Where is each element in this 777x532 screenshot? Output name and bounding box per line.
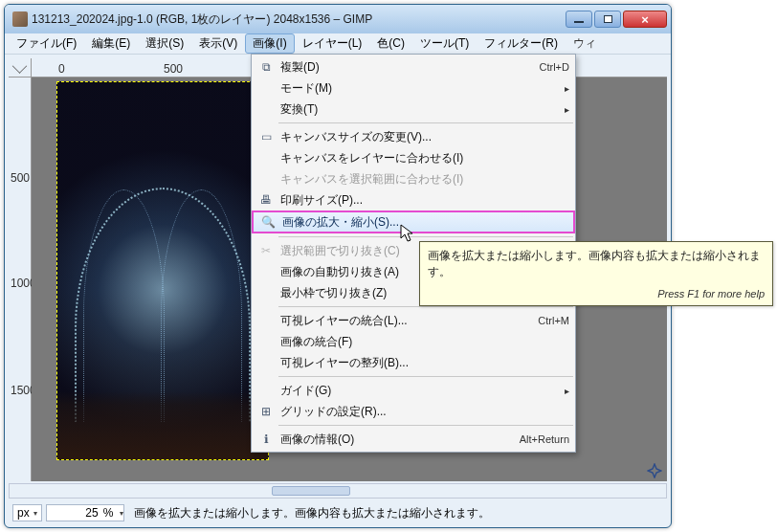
menu-separator: [278, 306, 573, 307]
menu-separator: [278, 376, 573, 377]
menu-windows[interactable]: ウィ: [566, 33, 604, 54]
zoom-input[interactable]: [47, 505, 100, 521]
crop-icon: ✂: [255, 244, 277, 257]
menuitem-duplicate[interactable]: ⧉ 複製(D) Ctrl+D: [252, 56, 575, 78]
menuitem-fit-canvas-selection: キャンバスを選択範囲に合わせる(I): [252, 168, 575, 189]
menu-image[interactable]: 画像(I): [245, 33, 294, 54]
cursor-icon: [400, 224, 415, 243]
canvas-size-icon: ▭: [255, 130, 277, 144]
scale-icon: 🔍: [257, 215, 278, 229]
navigation-icon[interactable]: [646, 462, 663, 479]
menu-separator: [278, 236, 573, 237]
duplicate-icon: ⧉: [255, 60, 277, 74]
maximize-button[interactable]: [594, 11, 621, 28]
submenu-arrow-icon: ▸: [559, 83, 569, 94]
tooltip-help: Press F1 for more help: [428, 288, 765, 299]
menuitem-fit-canvas-layers[interactable]: キャンバスをレイヤーに合わせる(I): [252, 147, 575, 168]
menu-view[interactable]: 表示(V): [191, 33, 245, 54]
close-button[interactable]: ×: [623, 11, 667, 28]
print-size-icon: 🖶: [255, 193, 277, 207]
submenu-arrow-icon: ▸: [559, 104, 569, 115]
window-title: 131213_202024.jpg-1.0 (RGB, 1枚のレイヤー) 204…: [32, 11, 566, 28]
menuitem-flatten[interactable]: 画像の統合(F): [252, 331, 575, 352]
menubar: ファイル(F) 編集(E) 選択(S) 表示(V) 画像(I) レイヤー(L) …: [5, 33, 671, 55]
menu-separator: [278, 122, 573, 123]
menuitem-guides[interactable]: ガイド(G)▸: [252, 380, 575, 401]
chevron-down-icon: ▾: [120, 509, 123, 518]
ruler-origin[interactable]: [9, 58, 32, 78]
menu-edit[interactable]: 編集(E): [84, 33, 138, 54]
menuitem-transform[interactable]: 変換(T)▸: [252, 99, 575, 120]
titlebar[interactable]: 131213_202024.jpg-1.0 (RGB, 1枚のレイヤー) 204…: [5, 5, 671, 33]
menuitem-configure-grid[interactable]: ⊞ グリッドの設定(R)...: [252, 401, 575, 422]
hruler-tick: 0: [58, 62, 65, 76]
app-icon: [12, 11, 28, 27]
menu-separator: [278, 425, 573, 426]
unit-select[interactable]: px ▾: [12, 504, 42, 521]
menuitem-mode[interactable]: モード(M)▸: [252, 78, 575, 99]
menu-tools[interactable]: ツール(T): [412, 33, 477, 54]
statusbar: px ▾ % ▾ 画像を拡大または縮小します。画像内容も拡大または縮小されます。: [9, 502, 667, 523]
menu-file[interactable]: ファイル(F): [9, 33, 84, 54]
chevron-down-icon: ▾: [33, 509, 37, 518]
status-message: 画像を拡大または縮小します。画像内容も拡大または縮小されます。: [128, 505, 663, 521]
horizontal-scrollbar[interactable]: [9, 483, 667, 499]
image-content: [57, 82, 268, 459]
vruler-tick: 500: [11, 171, 30, 185]
menu-select[interactable]: 選択(S): [138, 33, 191, 54]
image-canvas[interactable]: [56, 81, 269, 460]
menuitem-canvas-size[interactable]: ▭ キャンバスサイズの変更(V)...: [252, 126, 575, 147]
zoom-unit: %: [100, 506, 117, 520]
vertical-ruler[interactable]: 0 500 1000 1500: [9, 58, 32, 481]
zoom-control[interactable]: % ▾: [46, 504, 125, 521]
minimize-button[interactable]: [566, 11, 592, 28]
window-controls: ×: [566, 11, 667, 28]
menuitem-image-properties[interactable]: ℹ 画像の情報(O) Alt+Return: [252, 429, 575, 450]
menuitem-merge-visible[interactable]: 可視レイヤーの統合(L)... Ctrl+M: [252, 310, 575, 331]
unit-value: px: [17, 506, 30, 520]
menu-colors[interactable]: 色(C): [369, 33, 412, 54]
grid-icon: ⊞: [255, 405, 277, 418]
info-icon: ℹ: [255, 432, 277, 446]
menuitem-print-size[interactable]: 🖶 印刷サイズ(P)...: [252, 189, 575, 211]
tooltip-text: 画像を拡大または縮小します。画像内容も拡大または縮小されます。: [428, 248, 765, 280]
tooltip: 画像を拡大または縮小します。画像内容も拡大または縮小されます。 Press F1…: [419, 241, 773, 306]
menuitem-align-visible[interactable]: 可視レイヤーの整列(B)...: [252, 352, 575, 373]
submenu-arrow-icon: ▸: [559, 386, 569, 396]
menu-layer[interactable]: レイヤー(L): [295, 33, 370, 54]
menu-filters[interactable]: フィルター(R): [477, 33, 566, 54]
hruler-tick: 500: [164, 62, 183, 76]
